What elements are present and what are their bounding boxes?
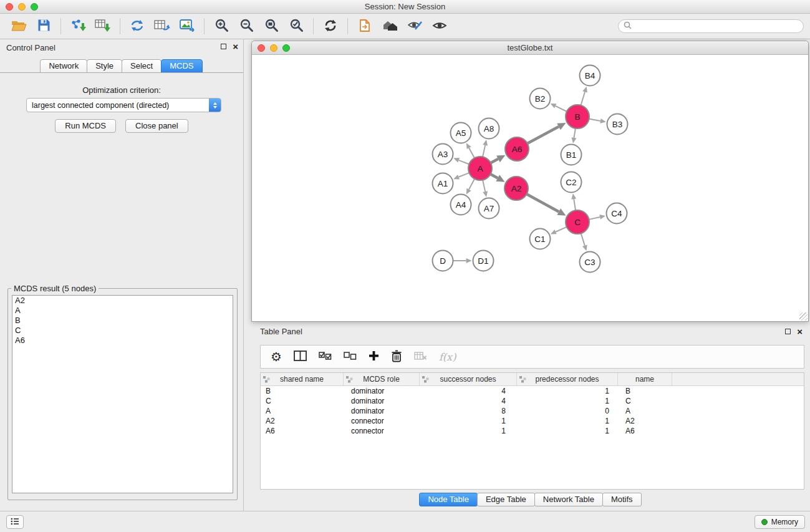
table-row[interactable]: Bdominator41B — [261, 386, 804, 396]
column-type-icon — [519, 376, 526, 385]
task-history-button[interactable] — [6, 515, 24, 529]
tab-divider — [0, 72, 243, 73]
import-network-table-button[interactable] — [150, 16, 175, 37]
graph-node-label: A3 — [438, 150, 448, 159]
graph-node-label: A6 — [512, 145, 523, 154]
mcds-result-list[interactable]: A2ABCA6 — [12, 295, 233, 493]
graph-edge[interactable] — [581, 92, 586, 105]
zoom-out-button[interactable] — [234, 16, 259, 37]
graph-edge[interactable] — [581, 233, 585, 246]
tab-network-table[interactable]: Network Table — [534, 493, 603, 506]
show-hide-button[interactable] — [427, 16, 452, 37]
graph-edge[interactable] — [589, 217, 600, 220]
resize-grip-icon[interactable] — [799, 312, 808, 321]
folder-open-icon — [11, 19, 27, 34]
graph-edge[interactable] — [459, 160, 470, 164]
run-mcds-button[interactable]: Run MCDS — [55, 119, 116, 133]
graph-edge[interactable] — [574, 128, 575, 138]
mcds-result-item[interactable]: B — [12, 316, 233, 326]
tab-edge-table[interactable]: Edge Table — [477, 493, 535, 506]
deselect-all-rows-button[interactable] — [344, 352, 357, 362]
graph-edge[interactable] — [528, 127, 559, 143]
mcds-result-item[interactable]: C — [12, 326, 233, 336]
graph-edge[interactable] — [483, 145, 485, 157]
close-panel-button[interactable]: Close panel — [125, 119, 188, 133]
graph-edge[interactable] — [469, 148, 475, 158]
graph-edge[interactable] — [469, 179, 475, 190]
graph-edge[interactable] — [556, 106, 567, 112]
tab-select[interactable]: Select — [122, 59, 162, 73]
network-canvas[interactable]: B4B2BB3A5A8A6B1A3AC2A1A2A4A7C4CC1C3DD1 — [252, 55, 808, 321]
network-zoom-button[interactable] — [282, 44, 290, 52]
open-session-button[interactable] — [6, 16, 31, 37]
graph-edge[interactable] — [459, 173, 470, 177]
zoom-selected-button[interactable] — [284, 16, 309, 37]
graph-edge[interactable] — [491, 174, 498, 178]
delete-column-button[interactable] — [391, 350, 402, 364]
create-column-button[interactable] — [369, 351, 379, 363]
table-row[interactable]: Adominator80A — [261, 406, 804, 416]
graph-edge[interactable] — [556, 227, 567, 232]
memory-label: Memory — [771, 518, 798, 526]
function-builder-button[interactable]: f(x) — [439, 351, 456, 363]
column-header-filler — [672, 373, 804, 385]
criterion-dropdown[interactable]: largest connected component (directed) — [26, 98, 221, 112]
import-table-button[interactable] — [90, 16, 115, 37]
memory-button[interactable]: Memory — [755, 515, 805, 529]
table-row[interactable]: A2connector11A2 — [261, 416, 804, 426]
refresh-view-button[interactable] — [318, 16, 343, 37]
delete-table-button[interactable] — [414, 351, 427, 362]
close-panel-icon[interactable]: × — [233, 44, 238, 49]
table-row[interactable]: Cdominator41C — [261, 396, 804, 406]
annotation-button[interactable] — [402, 16, 427, 37]
select-all-rows-button[interactable] — [319, 352, 332, 362]
mcds-result-item[interactable]: A6 — [12, 336, 233, 346]
tab-motifs[interactable]: Motifs — [602, 493, 642, 506]
edge-arrowhead-icon — [466, 258, 472, 263]
close-window-button[interactable] — [6, 3, 13, 11]
column-header-successor-nodes[interactable]: successor nodes — [420, 373, 517, 385]
minimize-window-button[interactable] — [18, 3, 26, 11]
graph-edge[interactable] — [574, 199, 576, 210]
table-cell: dominator — [344, 386, 420, 396]
network-close-button[interactable] — [258, 44, 265, 52]
open-session-file-button[interactable] — [352, 16, 377, 37]
graph-edge[interactable] — [483, 180, 485, 192]
network-graph[interactable]: B4B2BB3A5A8A6B1A3AC2A1A2A4A7C4CC1C3DD1 — [252, 55, 808, 321]
column-header-name[interactable]: name — [618, 373, 672, 385]
unchecked-boxes-icon — [344, 352, 357, 362]
search-input[interactable] — [635, 22, 798, 31]
graph-node-label: A4 — [456, 200, 466, 210]
graph-edge[interactable] — [527, 194, 559, 211]
status-bar: Memory — [0, 511, 810, 532]
graph-edge[interactable] — [589, 119, 600, 121]
table-cell: 4 — [420, 386, 517, 396]
export-image-button[interactable] — [175, 16, 200, 37]
float-panel-icon[interactable] — [221, 44, 226, 49]
network-minimize-button[interactable] — [270, 44, 277, 52]
zoom-in-button[interactable] — [209, 16, 234, 37]
tab-network[interactable]: Network — [40, 59, 87, 73]
table-float-panel-icon[interactable] — [785, 329, 791, 334]
graph-edge[interactable] — [491, 159, 498, 163]
table-row[interactable]: A6connector11A6 — [261, 426, 804, 436]
import-network-button[interactable] — [65, 16, 90, 37]
mcds-result-item[interactable]: A — [12, 306, 233, 316]
tab-node-table[interactable]: Node Table — [419, 493, 478, 506]
save-session-button[interactable] — [31, 16, 56, 37]
graph-node-label: A2 — [511, 184, 522, 193]
column-header-mcds-role[interactable]: MCDS role — [344, 373, 420, 385]
column-visibility-button[interactable] — [294, 351, 307, 363]
clone-network-button[interactable] — [125, 16, 150, 37]
column-header-shared-name[interactable]: shared name — [261, 373, 344, 385]
table-close-panel-icon[interactable]: × — [797, 329, 803, 334]
mcds-result-item[interactable]: A2 — [12, 296, 233, 306]
graph-node-label: D — [440, 256, 446, 266]
table-settings-button[interactable]: ⚙ — [271, 351, 282, 363]
zoom-window-button[interactable] — [31, 3, 38, 11]
column-header-predecessor-nodes[interactable]: predecessor nodes — [517, 373, 618, 385]
home-button[interactable] — [377, 16, 402, 37]
zoom-fit-button[interactable] — [259, 16, 284, 37]
tab-mcds[interactable]: MCDS — [161, 59, 202, 73]
tab-style[interactable]: Style — [87, 59, 122, 73]
